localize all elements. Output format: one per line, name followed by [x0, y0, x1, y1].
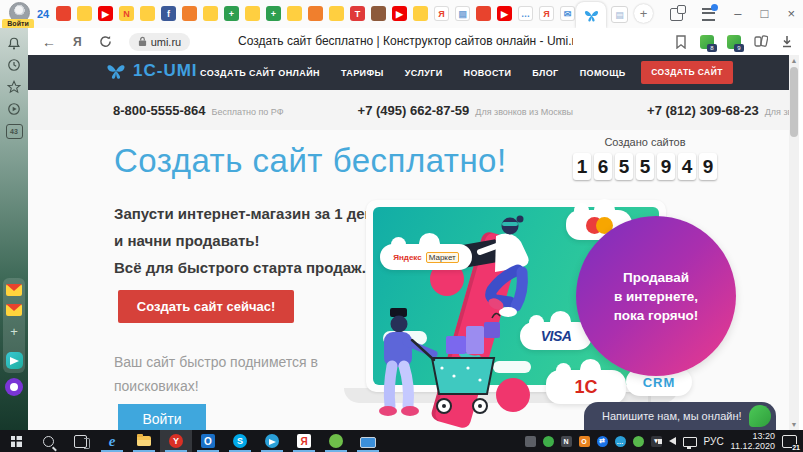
- mail-icon[interactable]: [0, 304, 28, 316]
- action-center-icon[interactable]: 21: [782, 435, 797, 448]
- scroll-down-arrow[interactable]: ▼: [789, 419, 799, 430]
- counter-digit: 4: [678, 153, 696, 180]
- nav-item[interactable]: НОВОСТИ: [464, 68, 512, 78]
- coin-tab[interactable]: [245, 6, 260, 21]
- page-scrollbar[interactable]: ▲ ▼: [789, 55, 799, 430]
- chat-tray-icon[interactable]: …: [615, 436, 626, 447]
- phone-number[interactable]: +7 (812) 309-68-23Для звонков из Санкт-П…: [647, 103, 803, 118]
- chat-widget[interactable]: Напишите нам, мы онлайн!: [584, 402, 776, 430]
- start-taskbar-icon[interactable]: [0, 430, 32, 452]
- yandex-tab[interactable]: Я: [539, 6, 554, 21]
- mail-tab[interactable]: ✉: [560, 6, 575, 21]
- close-button[interactable]: ×: [787, 0, 795, 28]
- yandex-search-icon[interactable]: Я: [73, 35, 82, 49]
- scroll-up-arrow[interactable]: ▲: [789, 55, 799, 66]
- maximize-button[interactable]: □: [761, 0, 769, 28]
- antivirus-tray-icon[interactable]: [543, 436, 554, 447]
- youtube-tab[interactable]: ▶: [392, 6, 407, 21]
- nav-item[interactable]: БЛОГ: [532, 68, 558, 78]
- yandex-tab[interactable]: Я: [434, 6, 449, 21]
- video-play-icon[interactable]: [0, 102, 28, 116]
- shop-tab[interactable]: [56, 6, 71, 21]
- messenger-icon[interactable]: [0, 352, 28, 369]
- facebook-tab[interactable]: f: [161, 6, 176, 21]
- browser-menu-icon[interactable]: [702, 8, 715, 21]
- kinopoisk-tab[interactable]: N: [119, 6, 134, 21]
- mail-tab[interactable]: [371, 6, 386, 21]
- bookmark-icon[interactable]: [675, 35, 687, 49]
- shop-tab[interactable]: [308, 6, 323, 21]
- teamviewer-tray-icon[interactable]: ⇄: [597, 436, 608, 447]
- coin-tab[interactable]: [287, 6, 302, 21]
- extension-icon-2[interactable]: 9: [727, 35, 741, 49]
- yandex-browser-taskbar-icon[interactable]: Y: [160, 430, 192, 452]
- device-taskbar-icon[interactable]: [352, 430, 384, 452]
- nav-item[interactable]: УСЛУГИ: [405, 68, 443, 78]
- tableau-icon[interactable]: 43: [0, 124, 28, 139]
- phone-number[interactable]: +7 (495) 662-87-59Для звонков из Москвы: [358, 103, 573, 118]
- nx-tray-icon[interactable]: N: [561, 436, 572, 447]
- site-counter-digits: 1655949: [573, 153, 717, 180]
- outlook-taskbar-icon[interactable]: O: [192, 430, 224, 452]
- refresh-icon[interactable]: [99, 35, 112, 48]
- side-panel-icon[interactable]: [670, 8, 683, 21]
- skype-taskbar-icon[interactable]: S: [224, 430, 256, 452]
- youtube-tab[interactable]: ▶: [497, 6, 512, 21]
- create-site-nav-button[interactable]: СОЗДАТЬ САЙТ: [641, 61, 733, 84]
- coin-tab[interactable]: [77, 6, 92, 21]
- add-panel-button[interactable]: +: [0, 324, 28, 339]
- taskbar-clock[interactable]: 13:20 11.12.2020: [731, 431, 775, 451]
- site-logo[interactable]: 1C-UMI: [104, 60, 198, 82]
- new-tab-button[interactable]: +: [634, 4, 653, 23]
- active-tab-umi[interactable]: [576, 2, 606, 28]
- volume-icon[interactable]: [669, 437, 676, 445]
- nav-item[interactable]: ТАРИФЫ: [341, 68, 384, 78]
- nav-item[interactable]: ПОМОЩЬ: [580, 68, 626, 78]
- bookmarks-star-icon[interactable]: [0, 80, 28, 94]
- download-icon[interactable]: [781, 35, 793, 48]
- red-tab[interactable]: [476, 6, 491, 21]
- coin-tab[interactable]: [140, 6, 155, 21]
- yandex-label: Яндекс: [393, 253, 421, 262]
- yandex-taskbar-icon[interactable]: Я: [288, 430, 320, 452]
- extension-icon-1[interactable]: 8: [700, 35, 714, 49]
- scrollbar-thumb[interactable]: [790, 67, 798, 137]
- language-indicator[interactable]: РУС: [704, 436, 724, 447]
- coin-tab[interactable]: [329, 6, 344, 21]
- nav-item[interactable]: СОЗДАТЬ САЙТ ОНЛАЙН: [200, 68, 320, 78]
- task-view-taskbar-icon[interactable]: [64, 430, 96, 452]
- inactive-doc-tab[interactable]: ▤: [611, 6, 628, 23]
- back-button[interactable]: ←: [42, 34, 56, 50]
- 1c-label: 1С: [574, 377, 597, 398]
- pharmacy-tab[interactable]: +: [266, 6, 281, 21]
- doc-tab[interactable]: ▤: [455, 6, 470, 21]
- address-bar[interactable]: umi.ru: [129, 33, 191, 51]
- login-button[interactable]: Войти: [118, 404, 206, 430]
- youtube-tab[interactable]: ▶: [98, 6, 113, 21]
- create-site-now-button[interactable]: Создать сайт сейчас!: [118, 290, 294, 323]
- android-app-taskbar-icon[interactable]: [320, 430, 352, 452]
- search-taskbar-icon[interactable]: [32, 430, 64, 452]
- explorer-taskbar-icon[interactable]: [128, 430, 160, 452]
- collections-icon[interactable]: [754, 35, 768, 48]
- coin-tab[interactable]: [203, 6, 218, 21]
- hidden-icons-tray[interactable]: [525, 436, 536, 447]
- coin-tab[interactable]: [413, 6, 428, 21]
- telegram-taskbar-icon[interactable]: [256, 430, 288, 452]
- t-tab[interactable]: T: [350, 6, 365, 21]
- mail-icon[interactable]: [0, 284, 28, 296]
- minimize-button[interactable]: –: [734, 0, 741, 28]
- history-clock-icon[interactable]: [0, 58, 28, 72]
- pharmacy-tab[interactable]: +: [224, 6, 239, 21]
- network-icon[interactable]: [683, 437, 697, 447]
- page-title[interactable]: Создать сайт бесплатно | Конструктор сай…: [238, 28, 573, 55]
- user-status-tray-icon[interactable]: [633, 436, 644, 447]
- notifications-bell-icon[interactable]: [0, 36, 28, 51]
- phone-number[interactable]: 8-800-5555-864Бесплатно по РФ: [113, 103, 284, 118]
- edge-taskbar-icon[interactable]: e: [96, 430, 128, 452]
- chat-tab[interactable]: …: [518, 6, 533, 21]
- yandex-market-cloud: Яндекс Маркет: [380, 244, 472, 270]
- alice-assistant-icon[interactable]: [0, 378, 28, 396]
- outlook-tray-icon[interactable]: O: [579, 436, 590, 447]
- shop-tab[interactable]: [182, 6, 197, 21]
